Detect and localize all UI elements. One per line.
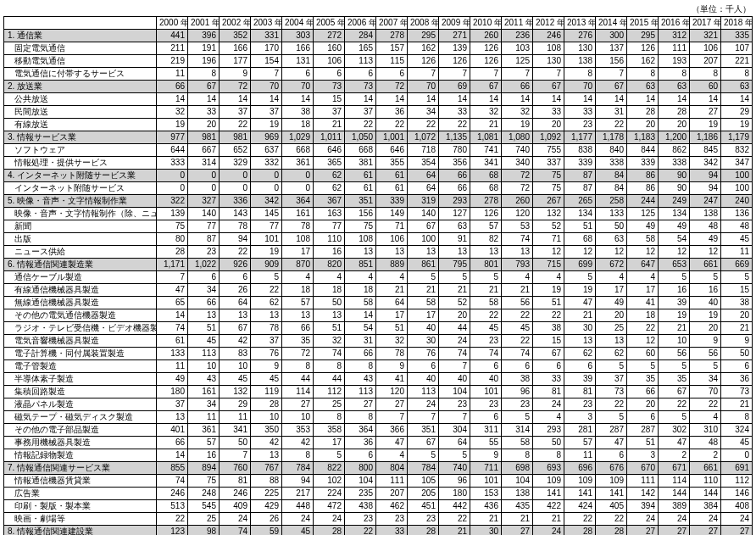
- cell-value: 1,171: [157, 259, 188, 271]
- cell-value: 14: [690, 93, 721, 106]
- cell-value: 1,022: [188, 259, 220, 271]
- cell-value: 136: [721, 208, 753, 220]
- cell-value: 780: [439, 144, 470, 157]
- cell-value: 70: [564, 81, 596, 93]
- cell-value: 236: [502, 30, 533, 42]
- cell-value: 366: [376, 424, 408, 437]
- cell-value: 20: [596, 309, 627, 322]
- row-label: 有線通信機械器具製造: [4, 284, 157, 297]
- cell-value: 3: [627, 449, 659, 462]
- cell-value: 207: [376, 488, 408, 500]
- cell-value: 64: [376, 297, 408, 309]
- cell-value: 21: [408, 284, 439, 297]
- col-header-year: 2012 年: [533, 17, 564, 30]
- cell-value: 75: [188, 475, 220, 488]
- cell-value: 67: [533, 81, 564, 93]
- cell-value: 7: [502, 68, 533, 81]
- cell-value: 7: [408, 411, 439, 424]
- cell-value: 120: [502, 208, 533, 220]
- cell-value: 62: [564, 348, 596, 360]
- cell-value: 62: [596, 348, 627, 360]
- cell-value: 14: [533, 93, 564, 106]
- table-row: 4. インターネット附随サービス業00000626161646668727587…: [4, 170, 753, 182]
- cell-value: 5: [659, 411, 690, 424]
- cell-value: 295: [627, 30, 659, 42]
- row-label: 3. 情報サービス業: [4, 131, 157, 144]
- cell-value: 180: [157, 386, 188, 398]
- cell-value: 442: [439, 500, 470, 513]
- cell-value: 312: [659, 30, 690, 42]
- cell-value: 793: [502, 259, 533, 271]
- cell-value: 347: [721, 157, 753, 170]
- cell-value: 969: [251, 131, 282, 144]
- table-row: 民間放送323337373837373634333232333331282827…: [4, 106, 753, 119]
- cell-value: 70: [282, 81, 314, 93]
- table-row: 新聞75777877787775716763575352515049494848: [4, 220, 753, 233]
- cell-value: 113: [408, 386, 439, 398]
- table-row: インターネット附随サービス000006261616466687275878486…: [4, 182, 753, 195]
- cell-value: 104: [502, 475, 533, 488]
- cell-value: 87: [188, 233, 220, 246]
- cell-value: 22: [596, 513, 627, 526]
- cell-value: 24: [533, 526, 564, 536]
- cell-value: 672: [596, 259, 627, 271]
- cell-value: 23: [408, 513, 439, 526]
- cell-value: 56: [502, 297, 533, 309]
- cell-value: 67: [596, 81, 627, 93]
- table-row: ラジオ・テレビ受信機・ビデオ機器製造7451677866515451404445…: [4, 322, 753, 335]
- cell-value: 8: [627, 68, 659, 81]
- cell-value: 27: [659, 526, 690, 536]
- cell-value: 14: [408, 93, 439, 106]
- cell-value: 1,001: [376, 131, 408, 144]
- cell-value: 72: [220, 81, 251, 93]
- cell-value: 405: [596, 500, 627, 513]
- cell-value: 351: [408, 424, 439, 437]
- cell-value: 75: [345, 220, 376, 233]
- cell-value: 50: [220, 437, 251, 449]
- cell-value: 6: [533, 360, 564, 373]
- cell-value: 140: [188, 208, 220, 220]
- cell-value: 81: [564, 386, 596, 398]
- cell-value: 5: [564, 271, 596, 284]
- col-header-year: 2006 年: [345, 17, 376, 30]
- cell-value: 134: [659, 208, 690, 220]
- cell-value: 110: [314, 233, 345, 246]
- cell-value: 22: [408, 119, 439, 131]
- cell-value: 17: [627, 284, 659, 297]
- row-label: 磁気テープ・磁気ディスク製造: [4, 411, 157, 424]
- cell-value: 33: [533, 106, 564, 119]
- cell-value: 28: [564, 526, 596, 536]
- cell-value: 889: [376, 259, 408, 271]
- table-row: 広告業2462482462252172242352072051801531381…: [4, 488, 753, 500]
- cell-value: 219: [157, 55, 188, 68]
- cell-value: 653: [659, 259, 690, 271]
- cell-value: 47: [659, 437, 690, 449]
- cell-value: 340: [502, 157, 533, 170]
- cell-value: 13: [251, 309, 282, 322]
- cell-value: 804: [376, 462, 408, 475]
- cell-value: 91: [439, 233, 470, 246]
- cell-value: 668: [282, 144, 314, 157]
- cell-value: 350: [251, 424, 282, 437]
- cell-value: 669: [721, 259, 753, 271]
- table-row: 半導体素子製造494345454444434140404038333937353…: [4, 373, 753, 386]
- cell-value: 109: [533, 475, 564, 488]
- row-label: 民間放送: [4, 106, 157, 119]
- cell-value: 1,186: [690, 131, 721, 144]
- cell-value: 13: [157, 411, 188, 424]
- cell-value: 126: [470, 42, 502, 55]
- cell-value: 33: [439, 106, 470, 119]
- table-row: 電子計算機・同付属装置製造133113837672746678767474746…: [4, 348, 753, 360]
- cell-value: 341: [470, 157, 502, 170]
- cell-value: 7: [439, 411, 470, 424]
- cell-value: 1,050: [345, 131, 376, 144]
- cell-value: 38: [721, 297, 753, 309]
- cell-value: 132: [533, 208, 564, 220]
- cell-value: 246: [157, 488, 188, 500]
- cell-value: 108: [345, 233, 376, 246]
- cell-value: 14: [251, 93, 282, 106]
- cell-value: 120: [376, 386, 408, 398]
- cell-value: 670: [627, 462, 659, 475]
- cell-value: 7: [596, 68, 627, 81]
- cell-value: 29: [721, 106, 753, 119]
